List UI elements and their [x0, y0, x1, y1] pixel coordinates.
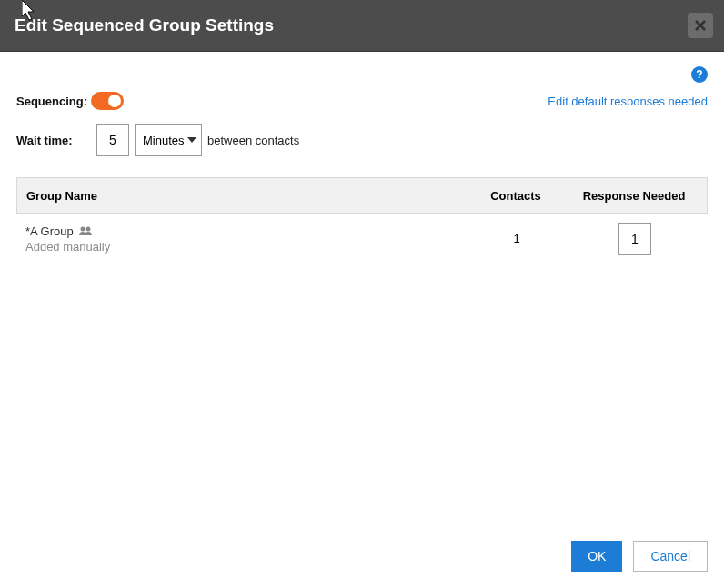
svg-point-4 — [85, 227, 90, 232]
col-header-response: Response Needed — [570, 189, 698, 203]
ok-button[interactable]: OK — [571, 541, 622, 572]
group-icon — [78, 225, 93, 236]
col-header-contacts: Contacts — [461, 189, 570, 203]
table-row: *A Group Added manually 1 — [16, 214, 708, 264]
dialog-title: Edit Sequenced Group Settings — [15, 15, 274, 35]
svg-point-3 — [80, 227, 85, 232]
response-needed-input[interactable] — [618, 223, 651, 255]
wait-unit-select[interactable]: Minutes — [135, 124, 202, 156]
group-subtext: Added manually — [25, 240, 462, 254]
table-header: Group Name Contacts Response Needed — [16, 177, 708, 214]
wait-time-input[interactable] — [96, 124, 129, 156]
col-header-name: Group Name — [26, 189, 461, 203]
sequencing-label: Sequencing: — [16, 95, 91, 108]
contacts-value: 1 — [462, 232, 571, 245]
group-name: *A Group — [25, 224, 74, 238]
wait-time-label: Wait time: — [16, 134, 91, 147]
help-icon[interactable]: ? — [691, 66, 708, 83]
sequencing-toggle[interactable] — [91, 92, 124, 110]
cancel-button[interactable]: Cancel — [633, 541, 708, 572]
close-button[interactable] — [688, 13, 713, 38]
close-icon — [695, 20, 706, 31]
between-text: between contacts — [207, 134, 299, 147]
edit-defaults-link[interactable]: Edit default responses needed — [548, 95, 708, 108]
